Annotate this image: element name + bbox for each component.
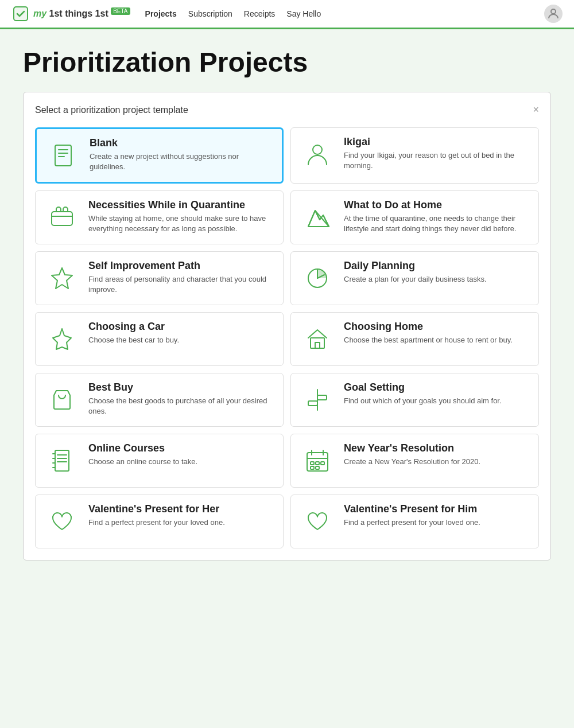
template-name-newyear: New Year's Resolution <box>344 442 480 454</box>
template-card-valentinehim[interactable]: Valentine's Present for Him Find a perfe… <box>290 495 539 548</box>
whattodo-icon <box>299 199 336 236</box>
panel-header: Select a prioritization project template… <box>35 104 539 116</box>
template-card-choosinghome[interactable]: Choosing Home Choose the best apartment … <box>290 312 539 366</box>
template-card-selfimprovement[interactable]: Self Improvement Path Find areas of pers… <box>35 251 284 305</box>
template-card-valentineher[interactable]: Valentine's Present for Her Find a perfe… <box>35 495 284 548</box>
template-desc-valentineher: Find a perfect present for your loved on… <box>88 517 225 528</box>
template-desc-onlinecourses: Choose an online course to take. <box>88 457 197 467</box>
goalsetting-icon <box>299 381 336 418</box>
template-desc-selfimprovement: Find areas of personality and character … <box>88 274 275 295</box>
template-panel: Select a prioritization project template… <box>23 92 551 560</box>
nav-link-sayhello[interactable]: Say Hello <box>286 9 321 18</box>
template-name-blank: Blank <box>90 137 274 149</box>
template-name-dailyplanning: Daily Planning <box>344 260 487 272</box>
template-name-whattodo: What to Do at Home <box>344 199 530 211</box>
template-desc-blank: Create a new project without suggestions… <box>90 151 274 172</box>
template-name-choosinghome: Choosing Home <box>344 321 513 333</box>
blank-icon <box>45 137 82 174</box>
choosinghome-icon <box>299 321 336 357</box>
template-card-ikigai[interactable]: Ikigai Find your Ikigai, your reason to … <box>290 127 539 184</box>
template-name-bestbuy: Best Buy <box>88 381 275 394</box>
template-card-whattodo[interactable]: What to Do at Home At the time of quaran… <box>290 190 539 244</box>
template-desc-goalsetting: Find out which of your goals you should … <box>344 396 502 406</box>
template-name-onlinecourses: Online Courses <box>88 442 197 454</box>
logo-icon <box>11 5 30 23</box>
template-card-bestbuy[interactable]: Best Buy Choose the best goods to purcha… <box>35 373 284 427</box>
nav-right <box>544 5 563 23</box>
template-name-ikigai: Ikigai <box>344 136 530 148</box>
template-grid: Blank Create a new project without sugge… <box>35 127 539 548</box>
template-card-goalsetting[interactable]: Goal Setting Find out which of your goal… <box>290 373 539 427</box>
page-content: Prioritization Projects Select a priorit… <box>0 29 574 578</box>
svg-rect-30 <box>316 466 319 469</box>
svg-rect-10 <box>315 342 320 348</box>
template-desc-bestbuy: Choose the best goods to purchase of all… <box>88 396 275 416</box>
template-card-necessities[interactable]: Necessities While in Quarantine While st… <box>35 190 284 244</box>
template-desc-choosinghome: Choose the best apartment or house to re… <box>344 335 513 345</box>
svg-point-1 <box>551 9 556 14</box>
template-desc-dailyplanning: Create a plan for your daily business ta… <box>344 274 487 285</box>
template-desc-necessities: While staying at home, one should make s… <box>88 213 275 234</box>
svg-marker-7 <box>52 268 72 289</box>
choosingcar-icon <box>44 321 80 357</box>
template-desc-whattodo: At the time of quarantine, one needs to … <box>344 213 530 234</box>
template-card-onlinecourses[interactable]: Online Courses Choose an online course t… <box>35 434 284 488</box>
template-desc-choosingcar: Choose the best car to buy. <box>88 335 179 345</box>
svg-rect-13 <box>308 401 317 406</box>
svg-marker-5 <box>308 211 329 227</box>
svg-rect-2 <box>55 145 71 166</box>
template-card-newyear[interactable]: New Year's Resolution Create a New Year'… <box>290 434 539 488</box>
svg-rect-12 <box>317 395 327 400</box>
close-button[interactable]: × <box>533 104 539 116</box>
svg-rect-29 <box>311 466 314 469</box>
user-avatar[interactable] <box>544 5 563 23</box>
dailyplanning-icon <box>299 260 336 297</box>
template-name-valentineher: Valentine's Present for Her <box>88 503 225 515</box>
template-card-dailyplanning[interactable]: Daily Planning Create a plan for your da… <box>290 251 539 305</box>
selfimprovement-icon <box>44 260 80 297</box>
nav-link-subscription[interactable]: Subscription <box>188 9 232 18</box>
svg-point-3 <box>313 145 322 154</box>
template-name-choosingcar: Choosing a Car <box>88 321 179 333</box>
beta-badge: BETA <box>111 7 130 15</box>
navbar: my 1st things 1st BETA Projects Subscrip… <box>0 0 574 29</box>
brand-logo: my 1st things 1st BETA <box>11 5 130 23</box>
template-name-necessities: Necessities While in Quarantine <box>88 199 275 211</box>
brand-text: my 1st things 1st BETA <box>33 8 130 19</box>
nav-link-receipts[interactable]: Receipts <box>244 9 275 18</box>
template-desc-ikigai: Find your Ikigai, your reason to get out… <box>344 150 530 171</box>
bestbuy-icon <box>44 381 80 418</box>
template-name-selfimprovement: Self Improvement Path <box>88 260 275 272</box>
valentinehim-icon <box>299 503 336 540</box>
svg-rect-26 <box>311 462 314 465</box>
template-card-blank[interactable]: Blank Create a new project without sugge… <box>35 127 284 184</box>
panel-title: Select a prioritization project template <box>35 105 188 115</box>
template-name-valentinehim: Valentine's Present for Him <box>344 503 480 515</box>
svg-rect-14 <box>55 450 69 471</box>
template-desc-newyear: Create a New Year's Resolution for 2020. <box>344 457 480 467</box>
svg-rect-0 <box>14 7 28 21</box>
template-desc-valentinehim: Find a perfect present for your loved on… <box>344 517 480 528</box>
ikigai-icon <box>299 136 336 173</box>
valentineher-icon <box>44 503 80 540</box>
necessities-icon <box>44 199 80 236</box>
svg-rect-28 <box>321 462 324 465</box>
template-name-goalsetting: Goal Setting <box>344 381 502 394</box>
svg-rect-27 <box>316 462 319 465</box>
newyear-icon <box>299 442 336 479</box>
template-card-choosingcar[interactable]: Choosing a Car Choose the best car to bu… <box>35 312 284 366</box>
page-title: Prioritization Projects <box>23 46 551 78</box>
nav-link-projects[interactable]: Projects <box>145 9 177 18</box>
svg-line-6 <box>315 211 329 227</box>
onlinecourses-icon <box>44 442 80 479</box>
nav-links: Projects Subscription Receipts Say Hello <box>145 9 321 18</box>
svg-rect-4 <box>52 212 72 225</box>
